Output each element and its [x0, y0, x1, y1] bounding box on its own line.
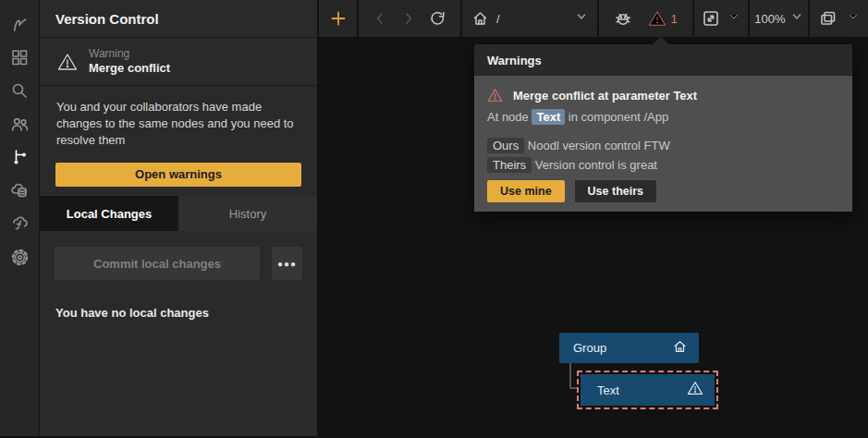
refresh-icon — [429, 10, 446, 28]
group-node[interactable]: Group — [559, 333, 699, 363]
app-window: Version Control Warning Merge conflict Y… — [0, 0, 868, 438]
warning-count-badge: 1 — [671, 12, 678, 26]
viewports-button[interactable] — [818, 0, 837, 37]
noodl-logo-icon[interactable] — [3, 7, 36, 41]
chevron-down-icon — [847, 10, 860, 23]
icon-sidebar — [0, 0, 40, 436]
bug-icon — [614, 9, 632, 28]
settings-icon[interactable] — [3, 240, 36, 274]
tab-local-changes[interactable]: Local Changes — [40, 196, 178, 231]
warning-kind-label: Warning — [89, 47, 170, 61]
panel-header: Version Control — [40, 0, 317, 38]
version-control-icon[interactable] — [3, 140, 36, 174]
conflict-location: At node Text in component /App — [487, 110, 839, 124]
plus-icon — [330, 10, 347, 27]
text-node-conflict-outline[interactable]: Text — [577, 371, 718, 409]
chevron-right-icon — [401, 11, 416, 26]
chevron-down-icon — [575, 10, 588, 23]
chevron-down-icon — [790, 10, 803, 23]
cloud-data-icon[interactable] — [3, 174, 36, 207]
version-control-panel: Version Control Warning Merge conflict Y… — [40, 0, 317, 436]
node-connector — [569, 363, 571, 389]
fit-screen-dropdown[interactable] — [727, 10, 740, 27]
popup-header: Warnings — [474, 44, 852, 76]
viewports-dropdown[interactable] — [847, 10, 860, 27]
warnings-button[interactable]: 1 — [648, 10, 678, 27]
viewports-icon — [818, 9, 837, 28]
search-icon[interactable] — [3, 74, 36, 107]
conflict-description: You and your collaborators have made cha… — [40, 86, 317, 149]
ours-row: Ours Noodl version control FTW — [487, 139, 839, 152]
cloud-functions-icon[interactable] — [3, 207, 36, 240]
chevron-down-icon — [727, 10, 740, 23]
theirs-chip: Theirs — [487, 157, 532, 173]
node-name-chip: Text — [532, 109, 565, 125]
conflict-title: Merge conflict at parameter Text — [513, 89, 697, 103]
text-node[interactable]: Text — [581, 374, 715, 406]
merge-conflict-summary: Warning Merge conflict — [40, 38, 317, 86]
zoom-dropdown[interactable]: 100% — [750, 0, 808, 37]
component-path-label: / — [496, 12, 575, 26]
node-label: Group — [573, 341, 672, 355]
commit-row: Commit local changes ●●● — [55, 247, 302, 280]
use-theirs-button[interactable]: Use theirs — [575, 180, 656, 202]
components-icon[interactable] — [3, 41, 36, 74]
open-warnings-button[interactable]: Open warnings — [55, 163, 301, 187]
location-suffix: in component /App — [568, 110, 668, 124]
zoom-level-label: 100% — [754, 12, 785, 26]
ours-value: Noodl version control FTW — [528, 139, 670, 152]
warning-triangle-icon — [648, 10, 666, 27]
ours-chip: Ours — [487, 138, 524, 153]
collaborators-icon[interactable] — [3, 107, 36, 140]
component-path-dropdown[interactable]: / — [462, 0, 597, 37]
panel-title: Version Control — [55, 11, 159, 27]
tab-history[interactable]: History — [178, 196, 317, 231]
forward-button[interactable] — [401, 0, 416, 37]
location-prefix: At node — [487, 110, 529, 124]
theirs-row: Theirs Version control is great — [487, 158, 839, 172]
theirs-value: Version control is great — [535, 158, 657, 172]
chevron-left-icon — [373, 11, 387, 26]
ellipsis-icon: ●●● — [277, 259, 297, 269]
popup-body: Merge conflict at parameter Text At node… — [474, 76, 852, 212]
warning-triangle-icon — [687, 381, 703, 395]
home-icon — [471, 10, 489, 27]
node-label: Text — [597, 383, 687, 397]
popup-notch — [653, 37, 669, 44]
warnings-popup: Warnings Merge conflict at parameter Tex… — [474, 44, 852, 212]
add-node-button[interactable] — [330, 0, 347, 37]
fit-screen-button[interactable] — [702, 0, 720, 37]
popup-title: Warnings — [487, 54, 542, 67]
use-mine-button[interactable]: Use mine — [487, 180, 565, 202]
warning-triangle-icon — [487, 88, 503, 103]
warning-name-label: Merge conflict — [89, 61, 170, 76]
warning-triangle-icon — [57, 53, 78, 71]
debug-button[interactable] — [614, 0, 632, 37]
editor-toolbar: / 1 100% — [319, 0, 868, 37]
fit-screen-icon — [702, 9, 720, 28]
more-options-button[interactable]: ●●● — [272, 247, 302, 280]
commit-local-changes-button[interactable]: Commit local changes — [55, 247, 260, 280]
home-icon — [672, 339, 688, 354]
back-button[interactable] — [373, 0, 387, 37]
panel-tabs: Local Changes History — [40, 196, 317, 231]
no-local-changes-message: You have no local changes — [55, 306, 209, 320]
refresh-button[interactable] — [429, 0, 446, 37]
